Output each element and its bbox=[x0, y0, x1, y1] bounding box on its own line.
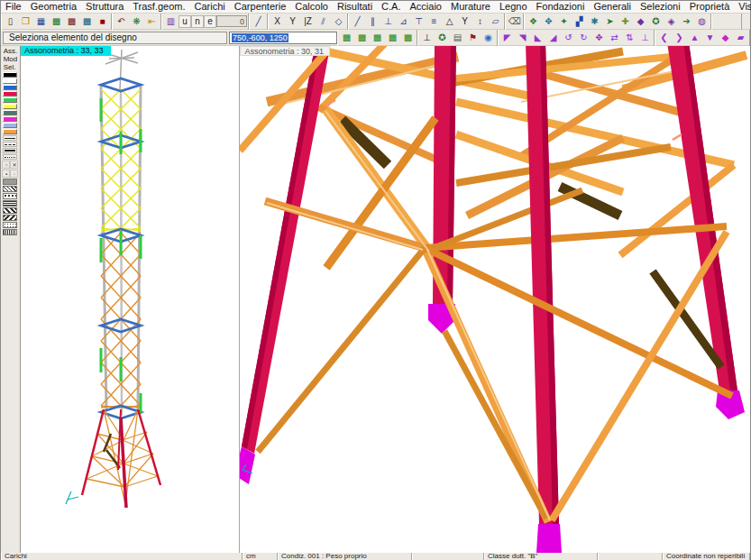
toolbar-icon[interactable]: ⊥ bbox=[419, 31, 435, 45]
hatch-button[interactable] bbox=[3, 207, 17, 214]
view-left-panel[interactable]: Assonometria : 33, 33 bbox=[21, 46, 240, 553]
menu-item[interactable]: Murature bbox=[446, 1, 495, 13]
toolbar-icon[interactable]: ▩ bbox=[354, 31, 370, 45]
tower-base-drawing[interactable] bbox=[240, 46, 750, 553]
menu-item[interactable]: Geometria bbox=[26, 1, 81, 13]
color-swatch[interactable] bbox=[3, 123, 17, 128]
view-left-title[interactable]: Assonometria : 33, 33 bbox=[21, 46, 111, 56]
color-swatch[interactable] bbox=[3, 72, 17, 78]
toolbar-icon[interactable]: ▞ bbox=[572, 14, 587, 29]
toolbar-icon[interactable]: ▩ bbox=[385, 31, 400, 45]
toolbar-icon[interactable]: ❯ bbox=[672, 31, 687, 45]
toolbar-icon[interactable]: ⊿ bbox=[396, 14, 411, 29]
hatch-button[interactable] bbox=[3, 200, 17, 207]
menu-item[interactable]: Carpenterie bbox=[230, 1, 290, 13]
menu-item[interactable]: Risultati bbox=[333, 1, 377, 13]
line-style-button[interactable] bbox=[3, 135, 17, 141]
menu-item[interactable]: Fondazioni bbox=[532, 1, 590, 13]
hatch-button[interactable] bbox=[3, 229, 17, 235]
node-square-icon[interactable]: ▪ bbox=[2, 170, 10, 178]
toolbar-icon[interactable]: ▩ bbox=[339, 31, 354, 45]
eraser-icon[interactable]: ⌫ bbox=[507, 14, 522, 29]
color-swatch[interactable] bbox=[3, 110, 17, 115]
toolbar-icon[interactable]: △ bbox=[442, 14, 457, 29]
toolbar-icon[interactable]: ⇅ bbox=[622, 31, 637, 45]
hatch-button[interactable] bbox=[3, 193, 17, 199]
toolbar-icon[interactable]: ▩ bbox=[64, 14, 79, 29]
toolbar-icon[interactable]: ◈ bbox=[664, 14, 679, 29]
toolbar-icon[interactable]: Y bbox=[285, 14, 300, 29]
toolbar-icon[interactable]: ⊥ bbox=[637, 31, 653, 45]
toolbar-icon[interactable]: ◥ bbox=[515, 31, 530, 45]
view-right-title[interactable]: Assonometria : 30, 31 bbox=[240, 46, 330, 56]
toolbar-icon[interactable]: ◤ bbox=[499, 31, 515, 45]
toolbar-icon[interactable]: ◉ bbox=[481, 31, 496, 45]
toolbar-icon[interactable]: ✪ bbox=[435, 31, 450, 45]
toolbar-icon[interactable]: ▩ bbox=[400, 31, 416, 45]
coordinate-input[interactable]: 750,-600, 1250 bbox=[229, 32, 337, 44]
toolbar-icon[interactable]: ◢ bbox=[545, 31, 561, 45]
toolbar-icon[interactable]: ▤ bbox=[450, 31, 465, 45]
toolbar-icon[interactable]: ▰ bbox=[733, 31, 748, 45]
toolbar-icon[interactable]: ⇄ bbox=[607, 31, 622, 45]
toolbar-icon[interactable]: ◇ bbox=[331, 14, 346, 29]
toolbar-icon[interactable]: X bbox=[270, 14, 285, 29]
toolbar-icon[interactable]: ❋ bbox=[129, 14, 144, 29]
color-swatch[interactable] bbox=[3, 97, 17, 103]
toolbar-icon[interactable]: ✪ bbox=[648, 14, 664, 29]
filter-u-button[interactable]: u bbox=[179, 15, 191, 28]
menu-item[interactable]: Trasf.geom. bbox=[128, 1, 189, 13]
toolbar-icon[interactable]: ❮ bbox=[656, 31, 672, 45]
node-circle-icon[interactable]: ○ bbox=[2, 161, 10, 169]
toolbar-icon[interactable]: ✥ bbox=[591, 31, 607, 45]
toolbar-icon[interactable]: ↺ bbox=[561, 31, 576, 45]
color-swatch[interactable] bbox=[3, 78, 17, 84]
toolbar-icon[interactable]: ✱ bbox=[587, 14, 602, 29]
menu-item[interactable]: Calcolo bbox=[290, 1, 333, 13]
toolbar-icon[interactable]: ╱ bbox=[251, 14, 266, 29]
menu-item[interactable]: Selezioni bbox=[636, 1, 685, 13]
color-swatch[interactable] bbox=[3, 104, 17, 109]
line-style-button[interactable] bbox=[3, 154, 17, 160]
line-style-button[interactable] bbox=[3, 142, 17, 147]
view-right-panel[interactable]: Assonometria : 30, 31 bbox=[240, 46, 750, 553]
toolbar-icon[interactable]: ■ bbox=[95, 14, 110, 29]
toolbar-icon[interactable]: ⚑ bbox=[465, 31, 481, 45]
color-swatch[interactable] bbox=[3, 91, 17, 96]
tolerance-field[interactable]: 0 bbox=[216, 15, 247, 27]
menu-item[interactable]: File bbox=[1, 1, 26, 13]
toolbar-icon[interactable]: ✚ bbox=[618, 14, 633, 29]
toolbar-icon[interactable]: ▦ bbox=[33, 14, 49, 29]
hatch-button[interactable] bbox=[3, 222, 17, 228]
menu-item[interactable]: C.A. bbox=[377, 1, 405, 13]
toolbar-icon[interactable]: ✥ bbox=[541, 14, 556, 29]
toolbar-icon[interactable]: ▱ bbox=[488, 14, 503, 29]
toolbar-icon[interactable]: ◣ bbox=[530, 31, 545, 45]
tower-full-drawing[interactable] bbox=[21, 46, 240, 553]
filter-e-button[interactable]: e bbox=[204, 15, 216, 28]
color-swatch[interactable] bbox=[3, 85, 17, 90]
palette-tab[interactable]: Sel. bbox=[4, 63, 18, 71]
hatch-button[interactable] bbox=[3, 179, 17, 185]
toolbar-icon[interactable]: ▯ bbox=[3, 14, 18, 29]
toolbar-icon[interactable]: ≡ bbox=[426, 14, 442, 29]
toolbar-icon[interactable]: ❐ bbox=[18, 14, 33, 29]
hatch-button[interactable] bbox=[3, 186, 17, 192]
toolbar-icon[interactable]: ▼ bbox=[702, 31, 718, 45]
menu-item[interactable]: Carichi bbox=[190, 1, 230, 13]
toolbar-icon[interactable]: ⊤ bbox=[411, 14, 426, 29]
menu-item[interactable]: Struttura bbox=[81, 1, 128, 13]
node-dot-icon[interactable]: ◦ bbox=[10, 170, 18, 178]
toolbar-icon[interactable]: ➤ bbox=[602, 14, 618, 29]
hatch-button[interactable] bbox=[3, 215, 17, 221]
toolbar-icon[interactable]: ⊥ bbox=[380, 14, 396, 29]
toolbar-icon[interactable]: |Z bbox=[300, 14, 316, 29]
toolbar-icon[interactable]: ⇤ bbox=[144, 14, 160, 29]
toolbar-icon[interactable]: ▩ bbox=[79, 14, 95, 29]
node-cross-icon[interactable]: ✕ bbox=[10, 161, 18, 169]
toolbar-icon[interactable]: ◆ bbox=[633, 14, 648, 29]
toolbar-icon[interactable]: ↶ bbox=[114, 14, 129, 29]
layers-icon[interactable]: ▥ bbox=[163, 14, 179, 29]
menu-item[interactable]: Generali bbox=[589, 1, 636, 13]
toolbar-icon[interactable]: ✦ bbox=[556, 14, 572, 29]
